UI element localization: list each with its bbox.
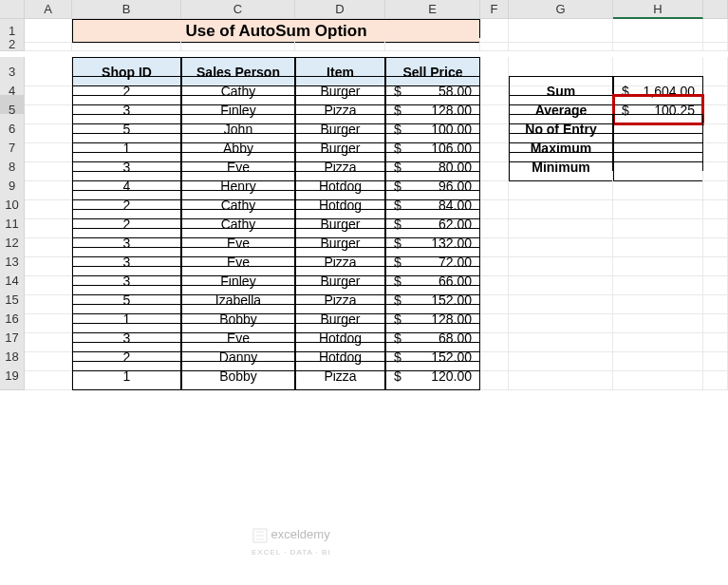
currency-symbol: $ (394, 368, 401, 384)
col-header-B[interactable]: B (72, 0, 181, 19)
col-header-E[interactable]: E (385, 0, 480, 19)
blank-cell[interactable] (480, 38, 509, 51)
blank-cell[interactable] (509, 361, 613, 390)
col-header-C[interactable]: C (181, 0, 295, 19)
blank-cell[interactable] (25, 38, 72, 51)
blank-cell[interactable] (72, 38, 181, 51)
blank-cell[interactable] (509, 38, 613, 51)
col-header-F[interactable]: F (480, 0, 509, 19)
blank-cell[interactable] (613, 361, 703, 390)
blank-cell[interactable] (295, 38, 385, 51)
col-header-corner[interactable] (0, 0, 25, 19)
col-header-H[interactable]: H (613, 0, 703, 19)
watermark: exceldemy EXCEL · DATA · BI (252, 527, 331, 557)
col-header-D[interactable]: D (295, 0, 385, 19)
cell-shop-id[interactable]: 1 (72, 361, 181, 390)
row-header-19[interactable]: 19 (0, 361, 25, 390)
cell-item[interactable]: Pizza (295, 361, 385, 390)
cell-sell-price[interactable]: $120.00 (385, 361, 480, 390)
col-header-corner[interactable] (703, 0, 728, 19)
svg-rect-0 (253, 529, 267, 542)
blank-cell[interactable] (480, 361, 509, 390)
blank-cell[interactable] (25, 361, 72, 390)
blank-cell[interactable] (703, 361, 728, 390)
row-header-2[interactable]: 2 (0, 38, 25, 51)
cell-sales-person[interactable]: Bobby (181, 361, 295, 390)
blank-cell[interactable] (385, 38, 480, 51)
col-header-G[interactable]: G (509, 0, 613, 19)
blank-cell[interactable] (613, 38, 703, 51)
blank-cell[interactable] (703, 38, 728, 51)
price-value: 120.00 (431, 368, 472, 384)
blank-cell[interactable] (181, 38, 295, 51)
col-header-A[interactable]: A (25, 0, 72, 19)
